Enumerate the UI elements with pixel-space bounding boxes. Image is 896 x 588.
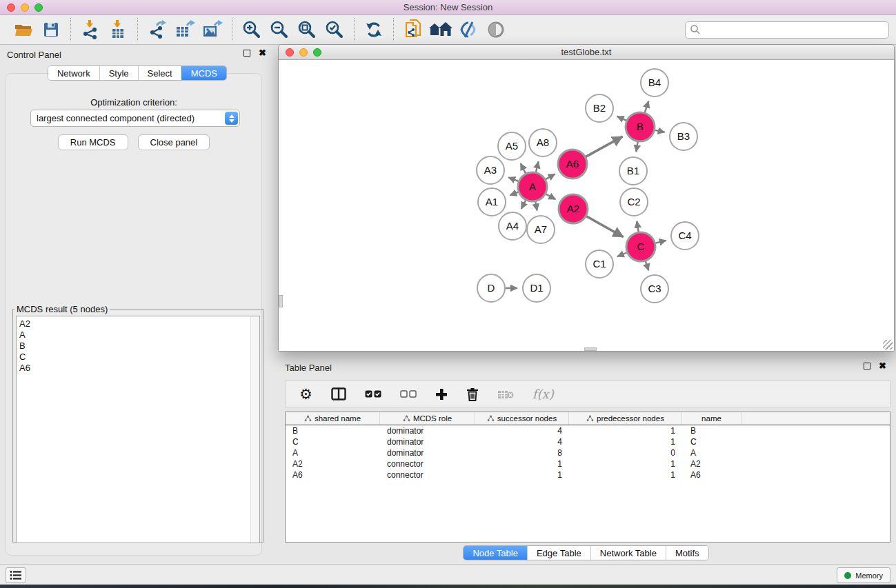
column-header-successor-nodes[interactable]: successor nodes xyxy=(475,412,569,425)
close-panel-icon[interactable]: ✖ xyxy=(879,363,886,369)
network-from-file-icon[interactable] xyxy=(401,18,425,41)
float-panel-icon[interactable] xyxy=(864,363,870,369)
minimize-view-button[interactable] xyxy=(299,48,308,57)
home-icon[interactable] xyxy=(429,18,452,41)
edge-A-A1[interactable] xyxy=(510,192,518,196)
table-row[interactable]: A2connector11A2 xyxy=(286,458,890,469)
run-mcds-button[interactable]: Run MCDS xyxy=(58,134,128,150)
column-header-mcds-role[interactable]: MCDS role xyxy=(380,412,475,425)
toolbar-separator xyxy=(354,18,355,41)
tab-motifs[interactable]: Motifs xyxy=(666,546,708,560)
control-panel-tabs: Network Style Select MCDS xyxy=(0,65,275,81)
edge-B-B1[interactable] xyxy=(636,142,637,152)
edge-C-C3[interactable] xyxy=(646,261,648,271)
close-view-button[interactable] xyxy=(286,48,294,57)
import-network-icon[interactable] xyxy=(79,18,102,41)
list-item[interactable]: C xyxy=(19,352,259,363)
list-item[interactable]: B xyxy=(19,341,259,352)
zoom-out-icon[interactable] xyxy=(268,18,291,41)
tab-network-table[interactable]: Network Table xyxy=(590,546,666,560)
deselect-all-icon[interactable] xyxy=(400,390,417,398)
control-panel-title: Control Panel xyxy=(7,50,61,60)
list-item[interactable]: A xyxy=(19,330,259,341)
zoom-selected-icon[interactable] xyxy=(323,18,346,41)
search-box[interactable] xyxy=(685,21,889,39)
mcds-result-list[interactable]: A2 A B C A6 xyxy=(16,316,260,543)
edge-B-B3[interactable] xyxy=(655,130,665,132)
node-label-C1: C1 xyxy=(593,258,606,270)
list-item[interactable]: A6 xyxy=(19,363,259,374)
control-panel: Control Panel ✖ Network Style Select MCD… xyxy=(0,45,275,564)
delete-columns-icon[interactable] xyxy=(466,387,479,401)
tab-network[interactable]: Network xyxy=(48,66,99,80)
settings-gear-icon[interactable]: ⚙ xyxy=(299,386,312,403)
window-edge-handle[interactable] xyxy=(584,347,597,351)
open-session-icon[interactable] xyxy=(12,18,35,41)
node-label-B3: B3 xyxy=(677,130,690,142)
optimization-criterion-label: Optimization criterion: xyxy=(6,97,261,108)
criterion-select[interactable]: largest connected component (directed) xyxy=(30,110,240,127)
edge-C-C4[interactable] xyxy=(655,241,666,243)
memory-button[interactable]: Memory xyxy=(837,567,890,583)
resize-grip[interactable] xyxy=(883,340,893,349)
birdseye-view-icon[interactable] xyxy=(484,18,508,41)
edge-C-C1[interactable] xyxy=(617,253,627,257)
network-canvas[interactable]: AA1A2A3A4A5A6A7A8BB1B2B3B4CC1C2C3C4DD1 xyxy=(279,60,894,351)
tab-mcds[interactable]: MCDS xyxy=(181,66,226,80)
search-input[interactable] xyxy=(701,25,884,34)
edge-A6-B[interactable] xyxy=(586,136,622,156)
zoom-in-icon[interactable] xyxy=(240,18,263,41)
table-panel: Table Panel ✖ ⚙ f(x) xyxy=(276,357,896,564)
window-controls[interactable] xyxy=(7,3,43,12)
table-row[interactable]: Bdominator41B xyxy=(286,425,890,436)
scrollbar-track[interactable] xyxy=(250,316,259,543)
edge-A-A4[interactable] xyxy=(521,201,526,209)
node-label-C: C xyxy=(637,241,645,252)
float-panel-icon[interactable] xyxy=(243,50,250,57)
tab-node-table[interactable]: Node Table xyxy=(464,546,527,560)
zoom-fit-icon[interactable] xyxy=(295,18,319,41)
edge-B-B4[interactable] xyxy=(645,101,648,113)
column-header-predecessor-nodes[interactable]: predecessor nodes xyxy=(569,412,682,425)
import-table-icon[interactable] xyxy=(106,18,130,41)
tab-edge-table[interactable]: Edge Table xyxy=(527,546,590,560)
task-history-button[interactable] xyxy=(6,567,26,583)
select-all-icon[interactable] xyxy=(365,390,381,398)
close-panel-icon[interactable]: ✖ xyxy=(259,50,266,57)
zoom-view-button[interactable] xyxy=(313,48,321,57)
edge-C-C2[interactable] xyxy=(637,221,638,232)
edge-A-A2[interactable] xyxy=(546,194,555,200)
edge-A-A6[interactable] xyxy=(546,174,555,179)
close-window-button[interactable] xyxy=(7,3,15,12)
tab-select[interactable]: Select xyxy=(138,66,181,80)
export-network-icon[interactable] xyxy=(146,18,169,41)
split-panel-icon[interactable] xyxy=(331,387,346,401)
node-label-B: B xyxy=(637,121,644,132)
edge-A-A3[interactable] xyxy=(508,177,518,181)
save-session-icon[interactable] xyxy=(39,18,63,41)
window-edge-handle[interactable] xyxy=(279,295,283,307)
zoom-window-button[interactable] xyxy=(34,3,43,12)
table-row[interactable]: A6connector11A6 xyxy=(286,469,890,480)
export-table-icon[interactable] xyxy=(173,18,197,41)
table-row[interactable]: Cdominator41C xyxy=(286,436,890,447)
edge-A2-C[interactable] xyxy=(586,216,624,237)
close-panel-button[interactable]: Close panel xyxy=(138,134,210,150)
refresh-view-icon[interactable] xyxy=(362,18,386,41)
edge-A-A8[interactable] xyxy=(536,161,539,172)
column-header-name[interactable]: name xyxy=(682,412,741,425)
edge-A-A5[interactable] xyxy=(521,163,526,173)
column-header-shared-name[interactable]: shared name xyxy=(286,412,380,425)
show-hide-graphics-details-icon[interactable] xyxy=(457,18,480,41)
export-image-icon[interactable] xyxy=(201,18,224,41)
tab-style[interactable]: Style xyxy=(99,66,138,80)
minimize-window-button[interactable] xyxy=(21,3,29,12)
table-row[interactable]: Adominator80A xyxy=(286,447,890,458)
edge-B-B2[interactable] xyxy=(617,116,627,121)
list-item[interactable]: A2 xyxy=(19,318,259,330)
node-label-B2: B2 xyxy=(593,102,606,114)
network-window-titlebar[interactable]: testGlobe.txt xyxy=(279,45,894,60)
add-column-icon[interactable] xyxy=(435,388,448,401)
edge-A-A7[interactable] xyxy=(535,202,537,211)
delete-table-icon xyxy=(497,389,514,400)
